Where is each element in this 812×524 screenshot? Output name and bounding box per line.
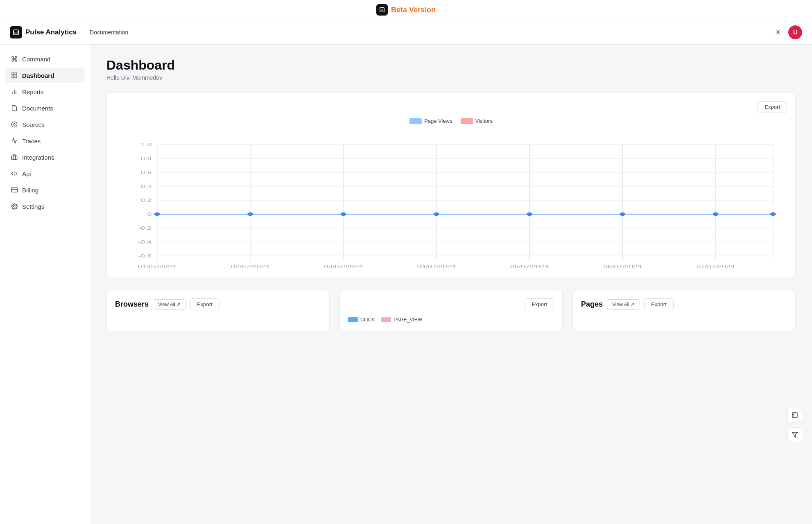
sidebar-label-api: Api bbox=[22, 170, 31, 177]
legend-pageviews-color bbox=[409, 118, 422, 124]
svg-point-42 bbox=[154, 212, 160, 216]
legend-pageviews: Page Views bbox=[409, 118, 452, 124]
theme-toggle[interactable]: ☀ bbox=[774, 27, 782, 37]
events-card: Export CLICK PAGE_VIEW bbox=[339, 290, 563, 331]
svg-text:0.4: 0.4 bbox=[141, 184, 152, 189]
navbar-brand[interactable]: Pulse Analytics bbox=[10, 26, 77, 38]
browsers-card: Browsers View All ↗ Export bbox=[106, 290, 330, 331]
chart-legend: Page Views Visitors bbox=[115, 118, 787, 124]
svg-text:1.0: 1.0 bbox=[141, 142, 152, 147]
sidebar-label-integrations: Integrations bbox=[22, 154, 54, 161]
sidebar-label-billing: Billing bbox=[22, 187, 38, 194]
svg-text:01/07/2024: 01/07/2024 bbox=[138, 264, 176, 269]
svg-rect-11 bbox=[11, 156, 17, 160]
legend-visitors-label: Visitors bbox=[475, 118, 493, 124]
events-legend-click: CLICK bbox=[348, 317, 375, 323]
legend-pageviews-label: Page Views bbox=[424, 118, 452, 124]
doc-link[interactable]: Documentation bbox=[90, 29, 128, 36]
user-avatar[interactable]: U bbox=[788, 25, 802, 39]
svg-rect-1 bbox=[14, 30, 18, 35]
svg-point-48 bbox=[713, 212, 719, 216]
svg-text:0.2: 0.2 bbox=[141, 198, 152, 203]
settings-icon bbox=[11, 203, 18, 210]
svg-point-43 bbox=[247, 212, 253, 216]
reports-icon bbox=[11, 88, 18, 95]
sources-icon bbox=[11, 121, 18, 128]
svg-text:-0.6: -0.6 bbox=[138, 253, 152, 259]
svg-rect-13 bbox=[11, 188, 18, 192]
main-chart-card: Export Page Views Visitors bbox=[106, 93, 796, 278]
sidebar-item-traces[interactable]: Traces bbox=[5, 133, 85, 149]
command-icon bbox=[11, 55, 18, 63]
events-legend-pageview: PAGE_VIEW bbox=[381, 317, 422, 323]
browsers-card-header: Browsers View All ↗ Export bbox=[115, 298, 321, 310]
sidebar-label-command: Command bbox=[22, 56, 50, 63]
svg-text:05/07/2024: 05/07/2024 bbox=[510, 264, 549, 269]
sidebar-label-dashboard: Dashboard bbox=[22, 72, 54, 79]
sidebar-label-reports: Reports bbox=[22, 88, 44, 95]
chart-area: 1.0 0.8 0.6 0.4 0.2 0 -0.2 -0.4 -0.6 bbox=[115, 131, 787, 270]
panel-filter-icon[interactable] bbox=[787, 427, 802, 442]
svg-text:06/07/2024: 06/07/2024 bbox=[603, 264, 642, 269]
events-card-header: Export bbox=[348, 298, 554, 310]
svg-point-45 bbox=[434, 212, 439, 216]
browsers-export-button[interactable]: Export bbox=[190, 298, 219, 310]
documents-icon bbox=[11, 104, 18, 112]
svg-text:0: 0 bbox=[147, 212, 152, 217]
svg-text:-0.2: -0.2 bbox=[138, 226, 152, 231]
banner-icon bbox=[376, 4, 388, 16]
pages-export-button[interactable]: Export bbox=[644, 298, 674, 310]
events-pageview-label: PAGE_VIEW bbox=[394, 317, 422, 323]
api-icon bbox=[11, 170, 18, 177]
bottom-cards-row: Browsers View All ↗ Export Export CLICK bbox=[106, 290, 796, 331]
browsers-view-all-button[interactable]: View All ↗ bbox=[153, 299, 186, 310]
chart-header: Export bbox=[115, 101, 787, 113]
sidebar-item-command[interactable]: Command bbox=[5, 51, 85, 67]
svg-point-47 bbox=[620, 212, 625, 216]
sidebar-item-reports[interactable]: Reports bbox=[5, 84, 85, 99]
svg-point-15 bbox=[14, 206, 15, 207]
svg-text:-0.4: -0.4 bbox=[138, 239, 152, 245]
pages-card: Pages View All ↗ Export bbox=[572, 290, 796, 331]
svg-point-49 bbox=[770, 212, 776, 216]
svg-text:02/07/2024: 02/07/2024 bbox=[231, 264, 269, 269]
sidebar-item-sources[interactable]: Sources bbox=[5, 117, 85, 132]
sidebar-item-integrations[interactable]: Integrations bbox=[5, 149, 85, 165]
events-export-button[interactable]: Export bbox=[525, 298, 554, 310]
sidebar-item-dashboard[interactable]: Dashboard bbox=[5, 68, 85, 83]
panel-layout-icon[interactable] bbox=[787, 408, 802, 422]
svg-point-10 bbox=[14, 124, 15, 125]
sidebar-label-settings: Settings bbox=[22, 203, 44, 210]
svg-text:03/07/2024: 03/07/2024 bbox=[324, 264, 362, 269]
svg-text:0.8: 0.8 bbox=[141, 156, 152, 161]
chart-svg: 1.0 0.8 0.6 0.4 0.2 0 -0.2 -0.4 -0.6 bbox=[115, 131, 787, 270]
integrations-icon bbox=[11, 154, 18, 161]
svg-text:0.6: 0.6 bbox=[141, 170, 152, 175]
traces-icon bbox=[11, 137, 18, 145]
top-banner: Beta Version bbox=[0, 0, 812, 20]
brand-icon bbox=[10, 26, 22, 38]
page-title: Dashboard bbox=[106, 58, 796, 73]
pages-view-all-button[interactable]: View All ↗ bbox=[607, 299, 640, 310]
sidebar-item-settings[interactable]: Settings bbox=[5, 199, 85, 214]
main-content: Dashboard Hello Ulvi Memmedov Export Pag… bbox=[90, 45, 812, 524]
navbar-right: ☀ U bbox=[774, 25, 802, 39]
banner-text: Beta Version bbox=[391, 6, 436, 14]
sidebar-item-billing[interactable]: Billing bbox=[5, 182, 85, 198]
sidebar-item-api[interactable]: Api bbox=[5, 166, 85, 181]
events-click-label: CLICK bbox=[360, 317, 375, 323]
chart-export-button[interactable]: Export bbox=[758, 101, 787, 113]
svg-rect-0 bbox=[380, 8, 385, 12]
pages-card-header: Pages View All ↗ Export bbox=[581, 298, 787, 310]
svg-rect-2 bbox=[12, 73, 14, 75]
svg-marker-58 bbox=[792, 432, 797, 437]
layout: Command Dashboard Reports Documents bbox=[0, 45, 812, 524]
dashboard-icon bbox=[11, 72, 18, 79]
svg-text:07/07/2024: 07/07/2024 bbox=[697, 264, 735, 269]
sidebar-label-sources: Sources bbox=[22, 121, 45, 128]
right-panel bbox=[787, 408, 802, 442]
sidebar-label-documents: Documents bbox=[22, 105, 53, 112]
events-legend: CLICK PAGE_VIEW bbox=[348, 317, 554, 323]
svg-rect-3 bbox=[15, 73, 17, 75]
sidebar-item-documents[interactable]: Documents bbox=[5, 100, 85, 116]
